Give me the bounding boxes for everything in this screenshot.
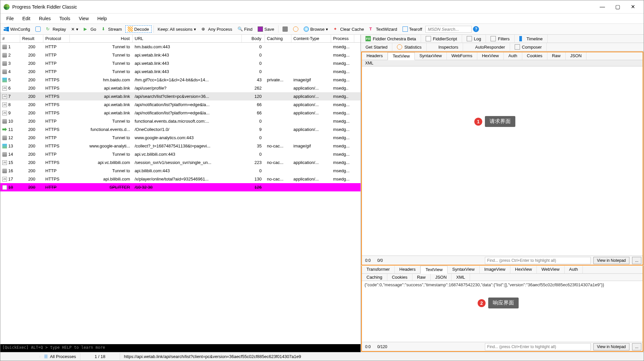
col-body[interactable]: Body — [242, 35, 265, 42]
request-tab-headers[interactable]: Headers — [362, 52, 388, 60]
right-tab-autoresponder[interactable]: AutoResponder — [463, 43, 510, 51]
session-row[interactable]: 10200HTTPTunnel tofunctional.events.data… — [0, 117, 361, 125]
session-row[interactable]: JS15200HTTPSapi.vc.bilibili.com/session_… — [0, 158, 361, 167]
session-row[interactable]: 18200HTTPSPLITTER/10 32 38126 — [0, 183, 361, 191]
session-row[interactable]: 5200HTTPShm.baidu.com/hm.gif?cc=1&ck=1&c… — [0, 76, 361, 84]
right-tab-fiddlerscript[interactable]: FiddlerScript — [421, 35, 462, 43]
request-tab-auth[interactable]: Auth — [504, 52, 522, 60]
row-type-icon — [2, 61, 7, 66]
msdn-search-input[interactable] — [425, 26, 472, 33]
keep-dropdown[interactable]: Keep: All sessions ▾ — [156, 26, 198, 33]
col-host[interactable]: Host — [70, 35, 133, 42]
save-button[interactable]: Save — [256, 25, 276, 33]
menu-help[interactable]: Help — [93, 15, 111, 22]
response-tab-xml[interactable]: XML — [451, 274, 470, 281]
session-row[interactable]: 13200HTTPSwww.google-analyti.../collect?… — [0, 142, 361, 150]
request-find-input[interactable] — [485, 257, 591, 264]
right-tab-fiddler-orchestra-beta[interactable]: FOFiddler Orchestra Beta — [361, 35, 421, 43]
session-row[interactable]: 2200HTTPTunnel toapi.wetab.link:4430msed… — [0, 51, 361, 59]
session-row[interactable]: 12200HTTPTunnel towww.google-analytics.c… — [0, 134, 361, 142]
session-row[interactable]: JS9200HTTPSapi.wetab.link/api/notificati… — [0, 109, 361, 117]
menu-rules[interactable]: Rules — [35, 15, 55, 22]
right-tab-composer[interactable]: Composer — [510, 43, 547, 51]
response-tab-auth[interactable]: Auth — [565, 266, 583, 273]
response-tab-syntaxview[interactable]: SyntaxView — [448, 266, 480, 273]
session-row[interactable]: 3200HTTPTunnel toapi.wetab.link:4430msed… — [0, 59, 361, 67]
maximize-button[interactable]: ▢ — [610, 2, 625, 12]
go-button[interactable]: ▶Go — [82, 25, 98, 33]
right-tab-inspectors[interactable]: Inspectors — [427, 43, 463, 51]
session-row[interactable]: 1200HTTPTunnel tohm.baidu.com:4430msedg.… — [0, 43, 361, 51]
request-textview[interactable]: 1 请求界面 — [362, 66, 643, 256]
response-more-button[interactable]: ... — [632, 343, 641, 350]
response-view-notepad-button[interactable]: View in Notepad — [593, 343, 629, 350]
menu-file[interactable]: File — [2, 15, 18, 22]
right-tab-filters[interactable]: Filters — [486, 35, 514, 43]
session-row[interactable]: JS7200HTTPSapi.wetab.link/api/search/lis… — [0, 92, 361, 100]
session-row[interactable]: JS17200HTTPSapi.bilibili.com/x/player/on… — [0, 175, 361, 183]
decode-button[interactable]: Decode — [125, 25, 151, 33]
comment-button[interactable] — [33, 25, 43, 33]
close-button[interactable]: ✕ — [625, 2, 640, 12]
col-url[interactable]: URL — [133, 35, 242, 42]
request-tab-webforms[interactable]: WebForms — [447, 52, 477, 60]
col-caching[interactable]: Caching — [265, 35, 291, 42]
clearcache-button[interactable]: ✦Clear Cache — [331, 25, 366, 33]
response-tab-caching[interactable]: Caching — [362, 274, 387, 281]
response-textview[interactable]: {"code":0,"message":"success","timestamp… — [362, 281, 643, 342]
session-row[interactable]: 16200HTTPTunnel toapi.bilibili.com:4430m… — [0, 167, 361, 175]
session-row[interactable]: 11200HTTPSfunctional.events.d.../OneColl… — [0, 125, 361, 134]
right-tab-timeline[interactable]: Timeline — [515, 35, 548, 43]
session-row[interactable]: 14200HTTPTunnel toapi.vc.bilibili.com:44… — [0, 150, 361, 158]
status-processes[interactable]: ☰All Processes — [40, 353, 80, 360]
request-tab-json[interactable]: JSON — [566, 52, 587, 60]
session-row[interactable]: JS6200HTTPSapi.wetab.link/api/user/profi… — [0, 84, 361, 92]
request-view-notepad-button[interactable]: View in Notepad — [593, 257, 629, 264]
request-tab-textview[interactable]: TextView — [388, 52, 415, 60]
request-subtab-xml[interactable]: XML — [362, 60, 377, 66]
replay-button[interactable]: ↻Replay — [44, 25, 68, 33]
col-contenttype[interactable]: Content-Type — [291, 35, 331, 42]
response-tab-cookies[interactable]: Cookies — [387, 274, 412, 281]
request-tab-raw[interactable]: Raw — [547, 52, 566, 60]
response-tab-headers[interactable]: Headers — [395, 266, 420, 273]
session-row[interactable]: 4200HTTPTunnel toapi.wetab.link:4430msed… — [0, 67, 361, 76]
response-tab-hexview[interactable]: HexView — [510, 266, 537, 273]
request-tab-syntaxview[interactable]: SyntaxView — [415, 52, 447, 60]
session-row[interactable]: JS8200HTTPSapi.wetab.link/api/notificati… — [0, 100, 361, 109]
remove-button[interactable]: ✕ ▾ — [69, 26, 80, 33]
timer-button[interactable] — [291, 25, 300, 33]
response-find-input[interactable] — [485, 343, 591, 350]
find-button[interactable]: 🔍Find — [236, 25, 254, 33]
sessions-list[interactable]: 1200HTTPTunnel tohm.baidu.com:4430msedg.… — [0, 43, 361, 344]
minimize-button[interactable]: — — [595, 2, 610, 12]
request-more-button[interactable]: ... — [632, 257, 641, 264]
request-tab-hexview[interactable]: HexView — [477, 52, 504, 60]
winconfig-button[interactable]: WinConfig — [2, 25, 32, 33]
menu-edit[interactable]: Edit — [19, 15, 34, 22]
response-tab-transformer[interactable]: Transformer — [362, 266, 395, 273]
anyprocess-button[interactable]: ⊕Any Process — [199, 25, 234, 33]
menu-tools[interactable]: Tools — [55, 15, 74, 22]
quickexec-bar[interactable]: [QuickExec] ALT+Q > type HELP to learn m… — [0, 344, 361, 352]
response-tab-imageview[interactable]: ImageView — [480, 266, 510, 273]
help-icon[interactable]: ? — [473, 26, 479, 32]
response-tab-webview[interactable]: WebView — [537, 266, 564, 273]
right-tab-statistics[interactable]: Statistics — [392, 43, 426, 51]
response-tab-textview[interactable]: TextView — [420, 266, 448, 274]
request-tab-cookies[interactable]: Cookies — [522, 52, 547, 60]
menu-view[interactable]: View — [75, 15, 93, 22]
col-protocol[interactable]: Protocol — [43, 35, 70, 42]
response-tab-raw[interactable]: Raw — [412, 274, 431, 281]
stream-button[interactable]: ⬇Stream — [100, 25, 124, 33]
browse-button[interactable]: Browse ▾ — [302, 25, 330, 33]
tearoff-button[interactable]: Tearoff — [401, 25, 424, 33]
screenshot-button[interactable] — [280, 25, 290, 33]
right-tab-get-started[interactable]: Get Started — [361, 43, 392, 51]
textwizard-button[interactable]: TTextWizard — [367, 25, 399, 33]
col-result[interactable]: Result — [20, 35, 43, 42]
col-num[interactable]: # — [0, 35, 20, 42]
response-tab-json[interactable]: JSON — [431, 274, 452, 281]
right-tab-log[interactable]: Log — [462, 35, 486, 43]
col-process[interactable]: Process — [331, 35, 354, 42]
